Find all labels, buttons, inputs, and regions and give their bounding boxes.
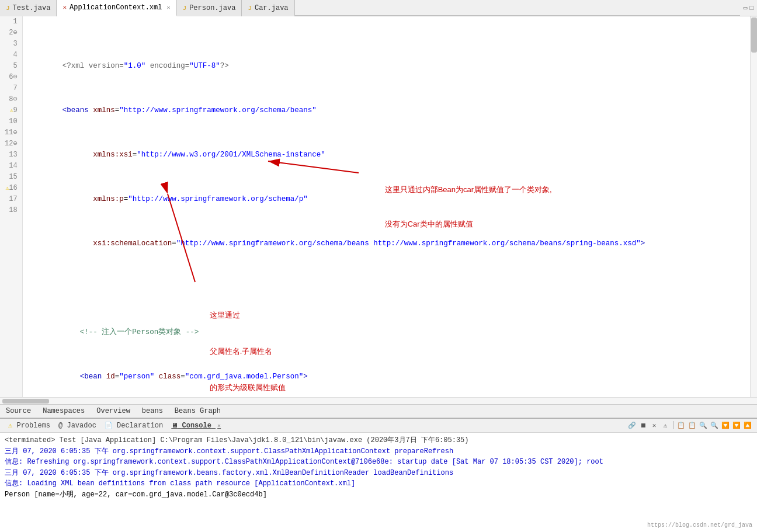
annotation-text-2: 这里通过 父属性名.子属性名 的形式为级联属性赋值 <box>210 285 286 397</box>
tab-car-java-label: Car.java <box>255 4 289 12</box>
console-toolbar: 🔗 ⏹ ✕ ⚠ 📋 📋 🔍 🔍 🔽 🔽 🔼 <box>627 421 752 430</box>
ln-2: 2⊖ <box>5 27 18 39</box>
tab-person-java-label: Person.java <box>189 4 235 12</box>
console-clear-btn[interactable]: ✕ <box>650 421 659 430</box>
console-tab-problems[interactable]: ⚠ Problems <box>5 420 54 430</box>
console-line-0: <terminated> Test [Java Application] C:\… <box>5 435 752 446</box>
console-down-btn[interactable]: 🔽 <box>721 421 730 430</box>
console-close-icon[interactable]: ✕ <box>217 423 221 429</box>
editor-area: 1 2⊖ 3 4 5 6⊖ 7 8⊖ ⚠9 10 11⊖ 12⊖ 13 14 1… <box>0 16 757 404</box>
annotation-text-1: 这里只通过内部Bean为car属性赋值了一个类对象, 没有为Car类中的属性赋值 <box>385 161 552 252</box>
console-body[interactable]: <terminated> Test [Java Application] C:\… <box>0 433 757 532</box>
horizontal-scrollbar[interactable] <box>0 397 757 404</box>
tab-overview[interactable]: Overview <box>91 404 136 418</box>
console-header: ⚠ Problems @ Javadoc 📄 Declaration 🖥 Con… <box>0 419 757 433</box>
tab-person-java[interactable]: J Person.java <box>177 0 242 16</box>
console-line-2: 信息: Refreshing org.springframework.conte… <box>5 457 752 468</box>
minimize-icon[interactable]: ▭ <box>744 4 748 12</box>
console-warn-btn[interactable]: ⚠ <box>661 421 670 430</box>
console-icon: 🖥 <box>171 422 178 429</box>
console-panel: ⚠ Problems @ Javadoc 📄 Declaration 🖥 Con… <box>0 418 757 532</box>
code-line-6 <box>27 272 750 283</box>
code-line-1: <?xml version="1.0" encoding="UTF-8"?> <box>27 50 750 61</box>
ln-12: 12⊖ <box>5 138 18 149</box>
java-icon-2: J <box>183 5 187 12</box>
h-scrollbar-thumb[interactable] <box>2 399 49 404</box>
console-line-4: 信息: Loading XML bean definitions from cl… <box>5 478 752 489</box>
tab-applicationcontext-xml[interactable]: ✕ ApplicationContext.xml ✕ <box>57 0 176 16</box>
console-tab-console[interactable]: 🖥 Console ✕ <box>168 421 224 430</box>
ln-14: 14 <box>5 161 18 172</box>
scrollbar-thumb[interactable] <box>751 18 757 53</box>
ln-7: 7 <box>5 83 18 94</box>
tab-beans[interactable]: beans <box>136 404 169 418</box>
console-tab-javadoc[interactable]: @ Javadoc <box>55 421 100 430</box>
ln-11: 11⊖ <box>5 127 18 138</box>
vertical-scrollbar[interactable] <box>750 16 757 397</box>
console-search2-btn[interactable]: 🔍 <box>710 421 719 430</box>
tab-test-java[interactable]: J Test.java <box>0 0 57 16</box>
editor-bottom-tabs: Source Namespaces Overview beans Beans G… <box>0 404 757 418</box>
console-down2-btn[interactable]: 🔽 <box>732 421 741 430</box>
ln-3: 3 <box>5 39 18 50</box>
code-line-2: <beans xmlns="http://www.springframework… <box>27 94 750 105</box>
declaration-icon: 📄 <box>105 422 113 429</box>
ln-1: 1 <box>5 16 18 27</box>
tab-applicationcontext-xml-label: ApplicationContext.xml <box>70 4 162 12</box>
code-line-7: <!-- 注入一个Person类对象 --> <box>27 316 750 327</box>
console-line-5: Person [name=小明, age=22, car=com.grd_jav… <box>5 489 752 500</box>
svg-line-1 <box>268 161 359 173</box>
ln-10: 10 <box>5 116 18 127</box>
code-container[interactable]: 1 2⊖ 3 4 5 6⊖ 7 8⊖ ⚠9 10 11⊖ 12⊖ 13 14 1… <box>0 16 757 397</box>
ln-4: 4 <box>5 50 18 61</box>
ln-16: ⚠16 <box>5 183 18 194</box>
console-tab-declaration[interactable]: 📄 Declaration <box>101 421 166 430</box>
xml-icon: ✕ <box>62 4 67 11</box>
code-line-3: xmlns:xsi="http://www.w3.org/2001/XMLSch… <box>27 138 750 149</box>
ln-17: 17 <box>5 194 18 205</box>
tab-test-java-label: Test.java <box>13 4 51 12</box>
ln-8: 8⊖ <box>5 94 18 105</box>
console-line-1: 三月 07, 2020 6:05:35 下午 org.springframewo… <box>5 446 752 457</box>
ln-15: 15 <box>5 172 18 183</box>
console-link-btn[interactable]: 🔗 <box>627 421 637 430</box>
ln-6: 6⊖ <box>5 72 18 83</box>
tab-beans-graph[interactable]: Beans Graph <box>169 404 227 418</box>
java-icon: J <box>6 5 10 12</box>
line-numbers: 1 2⊖ 3 4 5 6⊖ 7 8⊖ ⚠9 10 11⊖ 12⊖ 13 14 1… <box>0 16 23 397</box>
ln-13: 13 <box>5 149 18 161</box>
console-tabs: ⚠ Problems @ Javadoc 📄 Declaration 🖥 Con… <box>5 420 224 430</box>
ln-5: 5 <box>5 61 18 72</box>
console-search-btn[interactable]: 🔍 <box>699 421 708 430</box>
watermark: https://blog.csdn.net/grd_java <box>647 521 752 530</box>
tab-car-java[interactable]: J Car.java <box>242 0 294 16</box>
console-paste-btn[interactable]: 📋 <box>687 421 697 430</box>
code-editor[interactable]: <?xml version="1.0" encoding="UTF-8"?> <… <box>23 16 750 397</box>
ln-9: ⚠9 <box>5 105 18 116</box>
console-line-3: 三月 07, 2020 6:05:35 下午 org.springframewo… <box>5 468 752 479</box>
ln-18: 18 <box>5 205 18 216</box>
code-line-8: <bean id="person" class="com.grd_java.mo… <box>27 360 750 371</box>
console-copy-btn[interactable]: 📋 <box>676 421 686 430</box>
tab-source[interactable]: Source <box>0 404 37 418</box>
console-stop-btn[interactable]: ⏹ <box>638 421 648 430</box>
tab-close-icon[interactable]: ✕ <box>166 4 170 11</box>
problems-icon: ⚠ <box>8 422 12 430</box>
java-icon-3: J <box>248 5 252 12</box>
maximize-icon[interactable]: □ <box>749 5 753 12</box>
separator <box>673 421 673 429</box>
tab-namespaces[interactable]: Namespaces <box>37 404 91 418</box>
console-up-btn[interactable]: 🔼 <box>743 421 752 430</box>
tab-bar: J Test.java ✕ ApplicationContext.xml ✕ J… <box>0 0 757 16</box>
